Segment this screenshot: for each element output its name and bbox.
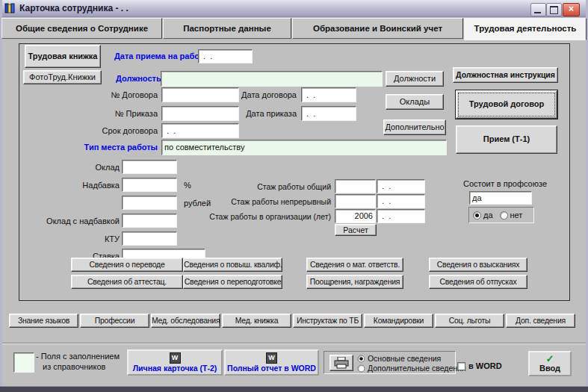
svedeniya-mat-otvetstv-button[interactable]: Сведения о мат. ответств. xyxy=(306,258,403,272)
button-label: Командировки xyxy=(374,317,424,325)
dolzhnosti-button[interactable]: Должности xyxy=(386,71,444,87)
tab-trudovaya-deyatelnost[interactable]: Трудовая деятельность xyxy=(464,18,587,40)
dop-svedeniya-button[interactable]: Доп. сведения xyxy=(506,314,575,328)
legend-text-line1: - Поля с заполнением xyxy=(36,352,120,361)
nadbavka-rub-field[interactable] xyxy=(122,196,177,210)
profsoyuz-radio-group: да нет xyxy=(468,207,534,223)
profsoyuz-label: Состоит в профсоюзе xyxy=(463,179,547,188)
button-label: Личная карточка (Т-2) xyxy=(133,364,217,373)
tab-obshchie-svedeniya[interactable]: Общие сведения о Сотруднике xyxy=(1,18,162,39)
dolzhnostnaya-instruktsiya-button[interactable]: Должностная инструкция xyxy=(453,67,558,83)
app-icon xyxy=(4,2,16,14)
priem-t1-button[interactable]: Прием (Т-1) xyxy=(456,125,557,154)
tab-obrazovanie[interactable]: Образование и Воинский учет xyxy=(292,18,463,39)
button-label: Знание языков xyxy=(18,317,69,325)
sots-lgoty-button[interactable]: Соц. льготы xyxy=(435,314,504,328)
staj-organizatsiya-field[interactable]: 2006 xyxy=(335,209,376,223)
professii-button[interactable]: Профессии xyxy=(80,314,149,328)
raschet-button[interactable]: Расчет xyxy=(335,224,377,236)
tab-pasportnye-dannye[interactable]: Паспортные данные xyxy=(163,18,291,39)
tab-label: Паспортные данные xyxy=(183,24,271,33)
staj-obshiy-label: Стаж работы общий xyxy=(257,182,331,191)
button-label: Дополнительно xyxy=(385,122,444,131)
radio-dopolnitelnye[interactable]: Дополнительные сведения xyxy=(357,364,466,373)
date-hire-label: Дата приема на работу xyxy=(114,52,208,60)
nadbavka-percent-field[interactable] xyxy=(122,178,177,192)
button-label: Соц. льготы xyxy=(449,317,491,325)
staj-nepreryvny-label: Стаж работы непрерывный xyxy=(231,197,331,206)
oklad-nadbavka-field[interactable] xyxy=(122,214,177,228)
button-label: Сведения о взысканиях xyxy=(437,261,520,269)
dopolnitelno-button[interactable]: Дополнительно xyxy=(383,119,446,135)
word-icon: W xyxy=(170,352,181,364)
contract-no-field[interactable] xyxy=(161,87,239,102)
svedeniya-ob-attestats-button[interactable]: Сведения об аттестац. xyxy=(71,275,183,289)
staj-obshiy-date-field[interactable]: . . xyxy=(377,179,425,193)
ktu-field[interactable] xyxy=(122,231,177,246)
oklady-button[interactable]: Оклады xyxy=(386,94,444,110)
staj-obshiy-field[interactable] xyxy=(335,179,376,193)
znanie-yazykov-button[interactable]: Знание языков xyxy=(9,314,78,328)
legend-swatch xyxy=(13,352,34,373)
radio-net[interactable] xyxy=(500,211,508,220)
contract-date-field[interactable]: . . xyxy=(301,87,356,102)
staj-nepreryvny-field[interactable] xyxy=(335,194,376,208)
order-date-field[interactable]: . . xyxy=(301,106,356,121)
med-obsledovaniya-button[interactable]: Мед. обследования xyxy=(151,314,220,328)
radio-osnovnye[interactable]: Основные сведения xyxy=(357,354,441,363)
radio-da[interactable] xyxy=(473,211,481,220)
legend-text-line2: из справочников xyxy=(43,362,105,371)
minimize-icon xyxy=(534,12,541,13)
rubles-unit-label: рублей xyxy=(184,199,211,208)
svedeniya-o-perevode-button[interactable]: Сведения о переводе xyxy=(71,258,183,272)
button-label: Полный отчет в WORD xyxy=(227,364,316,373)
vvod-button[interactable]: ✓ Ввод xyxy=(528,351,572,376)
close-button[interactable]: × xyxy=(563,3,580,16)
button-label: Трудовая книжка xyxy=(28,52,98,60)
print-button[interactable] xyxy=(329,355,353,371)
maximize-button[interactable] xyxy=(546,3,562,16)
title-bar: Карточка сотрудника - . . × xyxy=(0,0,588,17)
word-icon: W xyxy=(266,352,277,364)
radio-label: Дополнительные сведения xyxy=(368,364,466,373)
svedeniya-o-vzyskaniyah-button[interactable]: Сведения о взысканиях xyxy=(429,258,527,272)
minimize-button[interactable] xyxy=(530,3,546,16)
svedeniya-o-perepodgotovke-button[interactable]: Сведения о переподготовке xyxy=(183,275,282,289)
polny-otchet-word-button[interactable]: W Полный отчет в WORD xyxy=(224,349,319,376)
window-bottom-edge xyxy=(0,386,588,392)
printer-icon xyxy=(334,357,349,369)
button-label: Расчет xyxy=(343,225,368,234)
pooshchreniya-nagrazhdeniya-button[interactable]: Поощрения, награждения xyxy=(306,275,403,289)
nadbavka-label: Надбавка xyxy=(82,181,120,190)
check-icon: ✓ xyxy=(530,354,570,364)
lichnaya-kartochka-button[interactable]: W Личная карточка (Т-2) xyxy=(127,349,223,376)
button-label: Профессии xyxy=(95,317,135,325)
order-no-field[interactable] xyxy=(161,106,239,121)
work-type-field[interactable]: по совместительству xyxy=(161,140,447,155)
date-hire-field[interactable]: . . xyxy=(198,49,253,63)
trudovaya-knizhka-button[interactable]: Трудовая книжка xyxy=(25,45,101,68)
komandirovki-button[interactable]: Командировки xyxy=(364,314,433,328)
profsoyuz-field[interactable]: да xyxy=(469,191,532,205)
button-label: Должности xyxy=(394,74,436,83)
staj-nepreryvny-date-field[interactable]: . . xyxy=(377,194,425,208)
svedeniya-povysh-kvalif-button[interactable]: Сведения о повыш. квалиф. xyxy=(183,258,282,272)
oklad-label: Оклад xyxy=(96,163,120,172)
dolzhnost-field[interactable] xyxy=(161,71,383,87)
oklad-field[interactable] xyxy=(122,160,177,174)
radio-dopolnitelnye-icon xyxy=(358,365,365,373)
word-checkbox[interactable] xyxy=(457,362,465,370)
button-label: Инструктаж по ТБ xyxy=(297,317,359,325)
contract-term-field[interactable]: . . xyxy=(161,123,239,138)
svedeniya-ob-otpuskah-button[interactable]: Сведения об отпусках xyxy=(429,275,527,289)
instruktazh-po-tb-button[interactable]: Инструктаж по ТБ xyxy=(293,314,362,328)
staj-organizatsiya-date-field[interactable]: . . xyxy=(377,209,425,223)
button-label: Доп. сведения xyxy=(516,317,566,325)
radio-osnovnye-icon xyxy=(358,355,365,363)
med-knizhka-button[interactable]: Мед. книжка xyxy=(222,314,291,328)
trudovoy-dogovor-button[interactable]: Трудовой договор xyxy=(456,90,557,119)
button-label: Должностная инструкция xyxy=(456,70,555,79)
foto-trud-knizhki-button[interactable]: ФотоТруд.Книжки xyxy=(23,70,102,84)
close-icon: × xyxy=(569,4,574,14)
maximize-icon xyxy=(550,6,558,14)
